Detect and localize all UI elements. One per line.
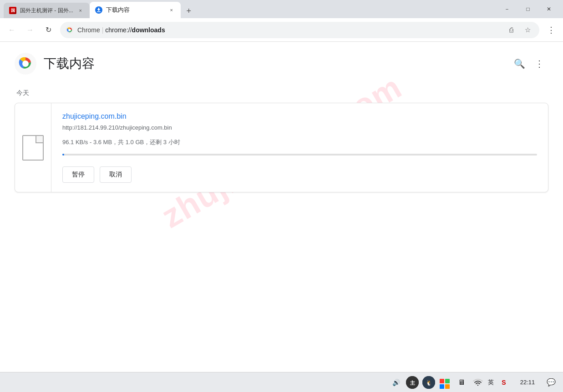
chrome-logo <box>15 53 36 75</box>
svg-point-10 <box>22 60 29 67</box>
download-filename[interactable]: zhujiceping.com.bin <box>62 112 537 121</box>
svg-rect-16 <box>445 379 450 383</box>
title-bar: 国 国外主机测评 - 国外... × 下载内容 × + － □ ✕ <box>0 0 563 18</box>
pause-button[interactable]: 暂停 <box>62 166 94 183</box>
address-bar[interactable]: Chrome | chrome://chrome://downloadsdown… <box>60 22 539 38</box>
download-progress-bar <box>62 154 64 156</box>
address-text: Chrome | chrome://chrome://downloadsdown… <box>77 26 501 34</box>
tray-icon-4[interactable]: 🖥 <box>455 376 468 389</box>
download-info: zhujiceping.com.bin http://181.214.99.21… <box>51 103 548 192</box>
svg-rect-18 <box>445 384 450 389</box>
header-actions: 🔍 ⋮ <box>510 55 548 73</box>
browser-menu-button[interactable]: ⋮ <box>543 22 559 38</box>
tab-inactive-favicon: 国 <box>9 7 16 14</box>
window-controls: － □ ✕ <box>497 3 559 15</box>
ime-icon[interactable]: S <box>497 376 510 389</box>
downloads-header: 下载内容 🔍 ⋮ <box>15 53 548 75</box>
new-tab-button[interactable]: + <box>183 5 195 17</box>
svg-rect-15 <box>440 379 444 383</box>
section-label: 今天 <box>15 89 548 97</box>
download-url: http://181.214.99.210/zhujiceping.com.bi… <box>62 124 537 131</box>
chrome-icon <box>66 26 74 34</box>
taskbar-clock: 22:11 <box>514 379 541 386</box>
minimize-button[interactable]: － <box>497 3 517 15</box>
download-progress-bar-container <box>62 154 537 156</box>
tray-icon-1[interactable]: 主 <box>406 376 419 389</box>
maximize-button[interactable]: □ <box>517 3 538 15</box>
bookmark-button[interactable]: ☆ <box>521 24 534 36</box>
close-button[interactable]: ✕ <box>538 3 559 15</box>
svg-rect-17 <box>440 384 444 389</box>
svg-rect-3 <box>97 11 101 12</box>
svg-text:主: 主 <box>410 380 416 386</box>
tab-active-title: 下载内容 <box>106 6 164 14</box>
downloads-header-left: 下载内容 <box>15 53 95 75</box>
nav-bar: ← → ↻ Chrome | chrome://chrome://downloa… <box>0 18 563 42</box>
tab-inactive-title: 国外主机测评 - 国外... <box>20 7 73 15</box>
wifi-icon[interactable] <box>472 376 484 389</box>
page-title: 下载内容 <box>44 55 95 72</box>
page-menu-button[interactable]: ⋮ <box>530 55 548 73</box>
back-button[interactable]: ← <box>4 22 20 38</box>
tab-inactive[interactable]: 国 国外主机测评 - 国外... × <box>4 3 90 18</box>
download-card: zhujiceping.com.bin http://181.214.99.21… <box>15 103 548 192</box>
reload-button[interactable]: ↻ <box>40 22 56 38</box>
file-icon <box>22 135 44 161</box>
share-button[interactable]: ⎙ <box>505 24 517 36</box>
page-content: zhujiceping.com 下载内容 🔍 ⋮ 今天 <box>0 42 563 372</box>
tab-inactive-close[interactable]: × <box>77 7 84 14</box>
browser-name: Chrome <box>77 26 100 34</box>
download-buttons: 暂停 取消 <box>62 166 537 183</box>
tray-icon-2[interactable]: 🐧 <box>422 376 435 389</box>
taskbar: 🔊 主 🐧 🖥 英 S 22:11 <box>0 372 563 392</box>
download-progress-text: 96.1 KB/s - 3.6 MB，共 1.0 GB，还剩 3 小时 <box>62 138 537 146</box>
tab-active-close[interactable]: × <box>168 6 175 14</box>
forward-button[interactable]: → <box>22 22 38 38</box>
tab-active-favicon <box>95 6 102 14</box>
notification-icon[interactable]: 💬 <box>545 376 558 389</box>
url-text: chrome://chrome://downloadsdownloads <box>105 26 165 34</box>
download-icon-area <box>15 103 51 192</box>
taskbar-lang[interactable]: 英 <box>488 378 494 387</box>
tray-icon-3[interactable] <box>439 376 451 389</box>
tab-active[interactable]: 下载内容 × <box>90 2 181 18</box>
search-button[interactable]: 🔍 <box>510 55 528 73</box>
svg-text:🐧: 🐧 <box>426 379 432 386</box>
cancel-button[interactable]: 取消 <box>100 166 132 183</box>
volume-icon[interactable]: 🔊 <box>390 376 402 389</box>
svg-point-7 <box>68 29 71 31</box>
